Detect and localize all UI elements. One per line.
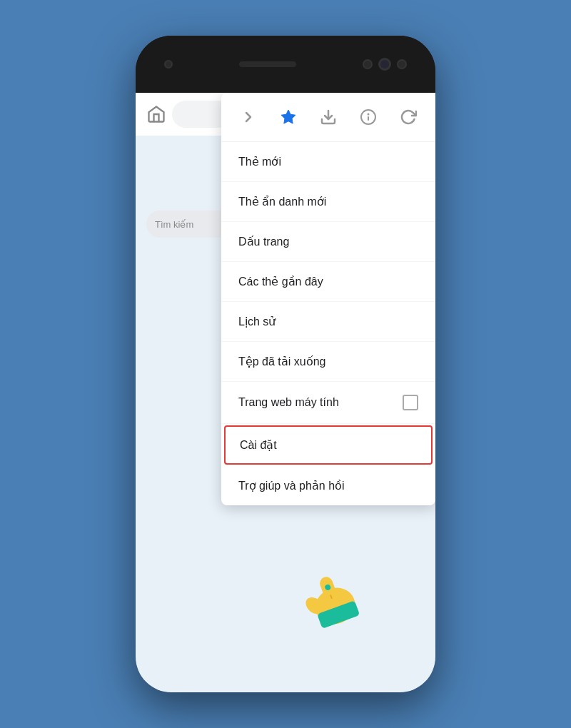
bookmark-button[interactable] xyxy=(276,104,301,130)
menu-item-bookmarks[interactable]: Dấu trang xyxy=(221,222,435,262)
desktop-site-checkbox[interactable] xyxy=(403,395,418,410)
dropdown-menu: Thẻ mới Thẻ ẩn danh mới Dấu trang Các th… xyxy=(221,93,435,505)
menu-item-downloads[interactable]: Tệp đã tải xuống xyxy=(221,342,435,382)
menu-item-new-tab[interactable]: Thẻ mới xyxy=(221,142,435,182)
speaker xyxy=(239,61,296,67)
search-placeholder: Tìm kiếm xyxy=(155,219,193,230)
sensor-dot2 xyxy=(397,59,407,69)
menu-item-history[interactable]: Lịch sử xyxy=(221,302,435,342)
menu-item-settings[interactable]: Cài đặt xyxy=(224,425,433,465)
download-button[interactable] xyxy=(315,104,341,130)
menu-item-new-incognito[interactable]: Thẻ ẩn danh mới xyxy=(221,182,435,222)
menu-item-help[interactable]: Trợ giúp và phản hồi xyxy=(221,466,435,505)
forward-button[interactable] xyxy=(236,104,261,130)
phone-screen: Tìm kiếm T Cách thêm ... KENH 14 Kenh14 … xyxy=(136,93,435,692)
menu-item-recent-tabs[interactable]: Các thẻ gần đây xyxy=(221,262,435,302)
refresh-button[interactable] xyxy=(395,104,421,130)
front-camera-small xyxy=(164,60,173,69)
info-button[interactable] xyxy=(355,104,381,130)
home-icon[interactable] xyxy=(146,104,166,124)
menu-toolbar xyxy=(221,93,435,142)
menu-item-desktop-site[interactable]: Trang web máy tính xyxy=(221,382,435,424)
sensor-dot xyxy=(363,59,373,69)
svg-marker-0 xyxy=(281,110,295,123)
front-camera xyxy=(378,58,391,71)
phone-top-bar xyxy=(136,36,435,93)
camera-group xyxy=(363,58,407,71)
phone-frame: Tìm kiếm T Cách thêm ... KENH 14 Kenh14 … xyxy=(136,36,435,692)
